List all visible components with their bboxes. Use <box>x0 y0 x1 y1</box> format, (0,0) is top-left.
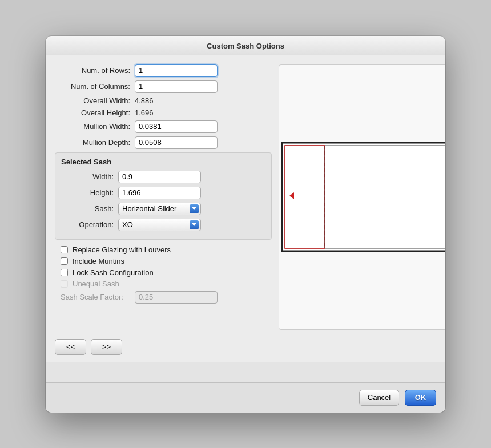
bottom-bar: Cancel OK <box>46 382 445 413</box>
include-muntins-checkbox[interactable] <box>61 257 68 265</box>
sash-scale-row: Sash Scale Factor: <box>55 291 272 304</box>
num-rows-input[interactable] <box>135 64 218 77</box>
operation-label: Operation: <box>61 220 118 229</box>
overall-width-row: Overall Width: 4.886 <box>55 96 272 105</box>
lock-sash-checkbox[interactable] <box>61 269 68 276</box>
window-preview-panel <box>279 64 445 330</box>
title-text: Custom Sash Options <box>207 42 284 50</box>
sash-type-select[interactable]: Horizontal Slider Fixed Single Hung Doub… <box>118 203 201 215</box>
dialog: Custom Sash Options Num. of Rows: Num. o… <box>46 36 445 413</box>
sash-height-row: Height: <box>61 187 265 199</box>
mullion-width-row: Mullion Width: <box>55 120 272 133</box>
lock-sash-label: Lock Sash Configuration <box>73 268 154 277</box>
overall-height-value: 1.696 <box>135 108 154 117</box>
mullion-width-input[interactable] <box>135 120 218 133</box>
dialog-title: Custom Sash Options <box>46 36 445 55</box>
num-columns-input[interactable] <box>135 80 218 93</box>
cancel-button[interactable]: Cancel <box>359 390 399 406</box>
content-area: Num. of Rows: Num. of Columns: Overall W… <box>46 55 445 339</box>
mullion-depth-label: Mullion Depth: <box>55 138 135 147</box>
sash-width-row: Width: <box>61 171 265 183</box>
left-panel: Num. of Rows: Num. of Columns: Overall W… <box>55 64 272 330</box>
unequal-sash-label: Unequal Sash <box>73 280 119 288</box>
lock-sash-row: Lock Sash Configuration <box>55 268 272 277</box>
mullion-depth-input[interactable] <box>135 136 218 149</box>
sash-width-label: Width: <box>61 172 118 181</box>
window-preview <box>279 65 445 329</box>
overall-height-row: Overall Height: 1.696 <box>55 108 272 117</box>
replace-glazing-row: Replace Glazing with Louvers <box>55 245 272 254</box>
sash-type-label: Sash: <box>61 204 118 213</box>
sash-height-input[interactable] <box>118 187 201 199</box>
num-rows-label: Num. of Rows: <box>55 66 135 75</box>
sash-scale-label: Sash Scale Factor: <box>61 293 135 301</box>
num-columns-row: Num. of Columns: <box>55 80 272 93</box>
operation-row: Operation: XO OX XX OO <box>61 219 265 231</box>
selected-sash-section: Selected Sash Width: Height: Sash: <box>55 152 272 240</box>
overall-width-value: 4.886 <box>135 96 154 105</box>
prev-button[interactable]: << <box>55 339 86 355</box>
overall-width-label: Overall Width: <box>55 96 135 105</box>
svg-rect-2 <box>285 146 325 248</box>
nav-buttons-area: << >> <box>46 339 445 362</box>
sash-width-input[interactable] <box>118 171 201 183</box>
svg-rect-5 <box>325 146 445 248</box>
sash-select-wrapper: Horizontal Slider Fixed Single Hung Doub… <box>118 203 201 215</box>
mullion-depth-row: Mullion Depth: <box>55 136 272 149</box>
sash-height-label: Height: <box>61 188 118 197</box>
replace-glazing-checkbox[interactable] <box>61 246 68 253</box>
selected-sash-title: Selected Sash <box>61 158 265 166</box>
unequal-sash-row: Unequal Sash <box>55 280 272 288</box>
sash-scale-input <box>135 291 218 304</box>
num-rows-row: Num. of Rows: <box>55 64 272 77</box>
operation-select-wrapper: XO OX XX OO <box>118 219 201 231</box>
status-bar <box>46 362 445 382</box>
num-columns-label: Num. of Columns: <box>55 82 135 91</box>
unequal-sash-checkbox <box>61 280 68 288</box>
sash-type-row: Sash: Horizontal Slider Fixed Single Hun… <box>61 203 265 215</box>
next-button[interactable]: >> <box>91 339 122 355</box>
window-diagram <box>279 140 445 254</box>
include-muntins-label: Include Muntins <box>73 257 124 265</box>
include-muntins-row: Include Muntins <box>55 257 272 265</box>
ok-button[interactable]: OK <box>405 390 436 406</box>
replace-glazing-label: Replace Glazing with Louvers <box>73 245 171 254</box>
operation-select[interactable]: XO OX XX OO <box>118 219 201 231</box>
mullion-width-label: Mullion Width: <box>55 122 135 131</box>
overall-height-label: Overall Height: <box>55 108 135 117</box>
